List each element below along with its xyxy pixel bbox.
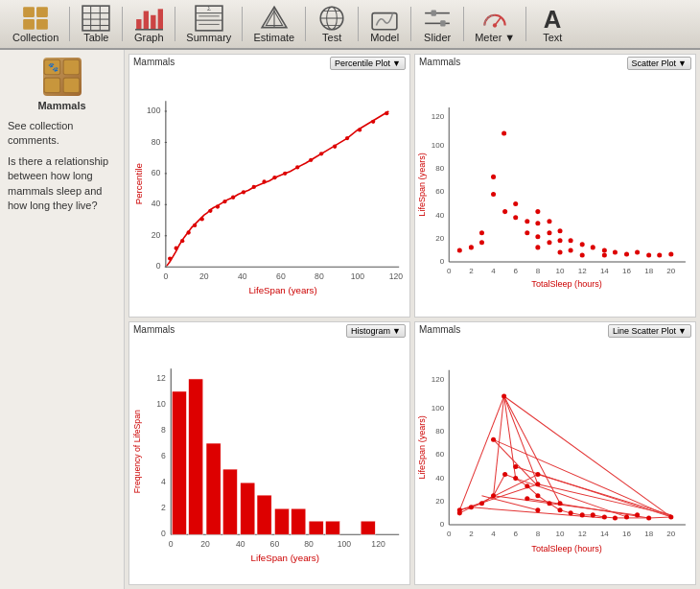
svg-point-119 bbox=[535, 221, 540, 225]
toolbar-summary[interactable]: Σ Summary bbox=[177, 1, 240, 47]
chart-bottom-left: Mammals Histogram ▼ 0 2 4 6 8 10 bbox=[128, 321, 410, 585]
svg-point-235 bbox=[491, 493, 496, 498]
svg-rect-173 bbox=[361, 521, 375, 534]
text-label: Text bbox=[543, 32, 562, 43]
svg-rect-167 bbox=[241, 483, 255, 534]
chart-header-tr: Mammals Scatter Plot ▼ bbox=[415, 55, 695, 72]
svg-point-117 bbox=[525, 230, 529, 235]
svg-point-110 bbox=[502, 131, 506, 136]
svg-text:100: 100 bbox=[432, 404, 445, 412]
main-area: 🐾 Mammals See collection comments. Is th… bbox=[0, 50, 700, 589]
model-icon bbox=[370, 5, 399, 32]
svg-text:60: 60 bbox=[270, 539, 280, 549]
svg-point-74 bbox=[231, 196, 235, 200]
svg-point-112 bbox=[491, 175, 496, 179]
toolbar-test[interactable]: Test bbox=[308, 1, 356, 47]
summary-icon: Σ bbox=[195, 5, 223, 32]
svg-line-196 bbox=[504, 396, 538, 484]
toolbar-meter[interactable]: Meter ▼ bbox=[466, 1, 524, 47]
svg-point-82 bbox=[319, 152, 323, 155]
svg-point-258 bbox=[457, 510, 462, 515]
svg-point-135 bbox=[613, 249, 618, 254]
svg-text:20: 20 bbox=[666, 267, 675, 275]
text-icon: A bbox=[538, 5, 567, 32]
svg-point-79 bbox=[283, 172, 287, 176]
chart-type-bl[interactable]: Histogram ▼ bbox=[346, 324, 406, 338]
svg-text:14: 14 bbox=[600, 530, 609, 538]
svg-text:LifeSpan (years): LifeSpan (years) bbox=[248, 285, 316, 295]
svg-point-120 bbox=[535, 234, 540, 239]
toolbar-table[interactable]: Table bbox=[72, 1, 120, 47]
toolbar-text[interactable]: A Text bbox=[528, 1, 576, 47]
svg-point-241 bbox=[525, 496, 529, 501]
meter-icon bbox=[480, 5, 509, 32]
svg-text:20: 20 bbox=[152, 230, 161, 240]
svg-point-115 bbox=[513, 201, 518, 206]
svg-rect-171 bbox=[309, 521, 323, 534]
svg-point-243 bbox=[535, 493, 540, 498]
sep8 bbox=[463, 7, 464, 41]
svg-point-254 bbox=[624, 514, 629, 519]
toolbar-collection[interactable]: Collection bbox=[4, 1, 67, 47]
sep2 bbox=[122, 7, 123, 41]
toolbar-estimate[interactable]: Estimate bbox=[245, 1, 303, 47]
svg-point-77 bbox=[262, 179, 266, 183]
svg-text:20: 20 bbox=[666, 530, 675, 538]
chart-type-br[interactable]: Line Scatter Plot ▼ bbox=[608, 324, 691, 338]
svg-point-130 bbox=[580, 242, 585, 247]
svg-point-141 bbox=[457, 247, 462, 252]
chart-type-tl[interactable]: Percentile Plot ▼ bbox=[330, 57, 406, 70]
svg-text:20: 20 bbox=[435, 234, 444, 243]
svg-text:100: 100 bbox=[338, 539, 352, 549]
table-label: Table bbox=[83, 32, 108, 43]
svg-rect-166 bbox=[222, 469, 237, 534]
collection-label: Collection bbox=[12, 32, 58, 43]
svg-point-87 bbox=[385, 111, 388, 115]
toolbar-model[interactable]: Model bbox=[361, 1, 408, 47]
svg-text:100: 100 bbox=[147, 106, 161, 115]
svg-point-250 bbox=[580, 512, 585, 517]
svg-point-124 bbox=[547, 240, 551, 245]
svg-point-123 bbox=[547, 230, 551, 235]
svg-line-197 bbox=[459, 396, 503, 510]
comment2: Is there a relationship between how long… bbox=[8, 154, 116, 214]
svg-point-68 bbox=[186, 230, 190, 234]
svg-text:TotalSleep (hours): TotalSleep (hours) bbox=[531, 544, 601, 554]
svg-text:8: 8 bbox=[161, 425, 166, 435]
meter-label: Meter ▼ bbox=[475, 32, 515, 43]
svg-text:🐾: 🐾 bbox=[47, 61, 58, 73]
svg-text:A: A bbox=[544, 6, 562, 32]
chart-type-tr[interactable]: Scatter Plot ▼ bbox=[627, 57, 691, 70]
svg-point-240 bbox=[525, 483, 529, 488]
svg-text:6: 6 bbox=[513, 267, 518, 275]
svg-point-245 bbox=[535, 507, 540, 512]
svg-point-139 bbox=[657, 252, 662, 257]
toolbar-slider[interactable]: Slider bbox=[413, 1, 461, 47]
svg-text:0: 0 bbox=[447, 530, 452, 538]
svg-text:12: 12 bbox=[578, 267, 587, 275]
chart-body-bl: 0 2 4 6 8 10 12 0 20 40 60 80 100 120 bbox=[129, 340, 409, 584]
svg-text:10: 10 bbox=[556, 267, 565, 275]
svg-rect-163 bbox=[172, 391, 186, 534]
svg-rect-2 bbox=[23, 19, 35, 30]
svg-point-256 bbox=[646, 515, 651, 520]
svg-point-80 bbox=[295, 165, 299, 169]
svg-rect-33 bbox=[440, 20, 445, 26]
toolbar-graph[interactable]: Graph bbox=[125, 1, 173, 47]
svg-text:120: 120 bbox=[432, 112, 445, 121]
svg-text:16: 16 bbox=[622, 530, 631, 538]
svg-point-116 bbox=[525, 219, 529, 224]
sep7 bbox=[410, 7, 411, 41]
svg-text:16: 16 bbox=[622, 267, 631, 275]
svg-text:100: 100 bbox=[351, 271, 365, 281]
svg-text:20: 20 bbox=[200, 539, 210, 549]
chart-body-tl: 0 20 40 60 80 100 0 20 40 60 bbox=[129, 72, 409, 317]
svg-text:20: 20 bbox=[199, 271, 209, 281]
slider-label: Slider bbox=[424, 32, 451, 43]
svg-point-65 bbox=[168, 256, 172, 260]
svg-text:40: 40 bbox=[152, 199, 161, 208]
svg-text:18: 18 bbox=[644, 267, 653, 275]
svg-rect-11 bbox=[144, 12, 149, 30]
svg-text:40: 40 bbox=[435, 211, 444, 220]
svg-point-128 bbox=[569, 238, 573, 243]
